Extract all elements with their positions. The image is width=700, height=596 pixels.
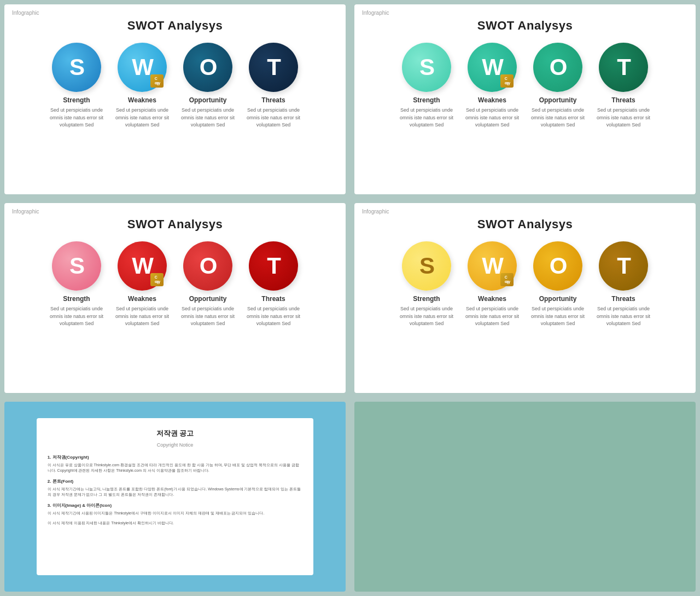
slide-green-bg: [354, 402, 696, 592]
swot-item-w-gold: W Ccopy Weaknes Sed ut perspiciatis unde…: [462, 241, 522, 328]
text-s-blue: Sed ut perspiciatis unde omnis iste natu…: [46, 107, 107, 129]
circle-o-red: O: [183, 241, 232, 291]
swot-item-s-teal: S Strength Sed ut perspiciatis unde omni…: [396, 43, 457, 129]
circle-s-blue: S: [52, 43, 101, 92]
letter-s-gold: S: [419, 253, 434, 279]
slide-teal-title: SWOT Analysys: [477, 19, 573, 33]
circle-s-gold: S: [402, 241, 451, 291]
circle-s-teal: S: [402, 43, 451, 92]
letter-s-blue: S: [69, 54, 84, 80]
letter-w-gold: W: [482, 253, 503, 279]
slide-gold-title: SWOT Analysys: [477, 217, 573, 232]
swot-row-teal: S Strength Sed ut perspiciatis unde omni…: [365, 43, 685, 129]
label-o-gold: Opportunity: [539, 295, 577, 303]
text-t-red: Sed ut perspiciatis unde omnis iste natu…: [243, 305, 304, 328]
letter-s-red: S: [69, 253, 84, 279]
swot-item-t-blue: T Threats Sed ut perspiciatis unde omnis…: [243, 43, 304, 129]
label-s-teal: Strength: [413, 96, 440, 104]
label-t-blue: Threats: [261, 96, 285, 104]
letter-t-teal: T: [617, 54, 630, 80]
circle-w-blue: W Ccopy: [118, 43, 167, 92]
circle-o-gold: O: [533, 241, 582, 291]
swot-row-blue: S Strength Sed ut perspiciatis unde omni…: [15, 43, 335, 129]
swot-item-o-gold: O Opportunity Sed ut perspiciatis unde o…: [528, 241, 588, 328]
circle-w-red: W Ccopy: [118, 241, 167, 291]
text-w-gold: Sed ut perspiciatis unde omnis iste natu…: [462, 305, 522, 328]
label-w-blue: Weaknes: [128, 96, 156, 104]
text-w-blue: Sed ut perspiciatis unde omnis iste natu…: [112, 107, 172, 129]
letter-w-red: W: [132, 253, 153, 279]
circle-w-teal: W Ccopy: [468, 43, 517, 92]
slide-copyright-bg: 저작권 공고 Copyright Notice 1. 저작권(Copyright…: [4, 402, 346, 592]
letter-w-blue: W: [132, 54, 153, 80]
label-s-gold: Strength: [413, 295, 440, 303]
circle-o-teal: O: [533, 43, 582, 92]
copyright-section-2: 2. 폰트(Font) 이 서식 제작기간에는 나눔고딕, 나눔명조 폰트를 포…: [48, 478, 303, 498]
label-o-teal: Opportunity: [539, 96, 577, 104]
swot-item-w-red: W Ccopy Weaknes Sed ut perspiciatis unde…: [112, 241, 172, 328]
watermark-teal: Ccopy: [500, 74, 514, 88]
copyright-card: 저작권 공고 Copyright Notice 1. 저작권(Copyright…: [37, 418, 314, 575]
text-o-red: Sed ut perspiciatis unde omnis iste natu…: [178, 305, 238, 328]
slide-gold: Infographic SWOT Analysys S Strength Sed…: [354, 203, 696, 393]
swot-item-w-blue: W Ccopy Weaknes Sed ut perspiciatis unde…: [112, 43, 172, 129]
label-w-teal: Weaknes: [478, 96, 506, 104]
slide-teal: Infographic SWOT Analysys S Strength Sed…: [354, 4, 696, 194]
text-o-teal: Sed ut perspiciatis unde omnis iste natu…: [528, 107, 588, 129]
label-o-red: Opportunity: [189, 295, 227, 303]
slide-red-label: Infographic: [12, 209, 39, 215]
circle-w-gold: W Ccopy: [468, 241, 517, 291]
circle-t-gold: T: [599, 241, 648, 291]
swot-item-t-gold: T Threats Sed ut perspiciatis unde omnis…: [593, 241, 654, 328]
swot-row-red: S Strength Sed ut perspiciatis unde omni…: [15, 241, 335, 328]
circle-t-teal: T: [599, 43, 648, 92]
swot-item-o-teal: O Opportunity Sed ut perspiciatis unde o…: [528, 43, 588, 129]
letter-t-blue: T: [267, 54, 280, 80]
swot-item-s-red: S Strength Sed ut perspiciatis unde omni…: [46, 241, 107, 328]
swot-item-w-teal: W Ccopy Weaknes Sed ut perspiciatis unde…: [462, 43, 522, 129]
circle-o-blue: O: [183, 43, 232, 92]
swot-item-t-red: T Threats Sed ut perspiciatis unde omnis…: [243, 241, 304, 328]
watermark-red: Ccopy: [150, 273, 164, 286]
swot-row-gold: S Strength Sed ut perspiciatis unde omni…: [365, 241, 685, 328]
slide-blue-title: SWOT Analysys: [127, 19, 223, 33]
letter-t-gold: T: [617, 253, 630, 279]
letter-s-teal: S: [419, 54, 434, 80]
text-s-red: Sed ut perspiciatis unde omnis iste natu…: [46, 305, 107, 328]
slide-red-title: SWOT Analysys: [127, 217, 223, 232]
text-t-teal: Sed ut perspiciatis unde omnis iste natu…: [593, 107, 654, 129]
circle-t-red: T: [249, 241, 298, 291]
copyright-subtitle: Copyright Notice: [48, 441, 303, 449]
text-o-gold: Sed ut perspiciatis unde omnis iste natu…: [528, 305, 588, 328]
copyright-section-1-title: 1. 저작권(Copyright): [48, 454, 303, 461]
label-s-blue: Strength: [63, 96, 90, 104]
letter-o-blue: O: [200, 54, 217, 80]
label-w-gold: Weaknes: [478, 295, 506, 303]
copyright-section-3-title: 3. 이미지(Image) & 아이콘(Icon): [48, 502, 303, 510]
copyright-section-2-text: 이 서식 제작기간에는 나눔고딕, 나눔명조 폰트를 포함한 다양한 폰트(fo…: [48, 487, 303, 498]
label-s-red: Strength: [63, 295, 90, 303]
copyright-section-1: 1. 저작권(Copyright) 이 서식은 유료 상품이므로 Thinkst…: [48, 454, 303, 474]
circle-t-blue: T: [249, 43, 298, 92]
swot-item-o-red: O Opportunity Sed ut perspiciatis unde o…: [178, 241, 238, 328]
text-t-blue: Sed ut perspiciatis unde omnis iste natu…: [243, 107, 304, 129]
copyright-section-3-text: 이 서식 제작기간에 사용된 이미지들은 Thinkstyle에서 구매한 이미…: [48, 511, 303, 517]
letter-o-red: O: [200, 253, 217, 279]
letter-o-teal: O: [550, 54, 567, 80]
text-s-teal: Sed ut perspiciatis unde omnis iste natu…: [396, 107, 457, 129]
slide-gold-label: Infographic: [362, 209, 389, 215]
slide-red: Infographic SWOT Analysys S Strength Sed…: [4, 203, 346, 393]
text-w-red: Sed ut perspiciatis unde omnis iste natu…: [112, 305, 172, 328]
copyright-section-1-text: 이 서식은 유료 상품이므로 Thinkstyle.com 환경설정 조건에 따…: [48, 462, 303, 474]
text-w-teal: Sed ut perspiciatis unde omnis iste natu…: [462, 107, 522, 129]
swot-item-s-gold: S Strength Sed ut perspiciatis unde omni…: [396, 241, 457, 328]
swot-item-t-teal: T Threats Sed ut perspiciatis unde omnis…: [593, 43, 654, 129]
swot-item-s-blue: S Strength Sed ut perspiciatis unde omni…: [46, 43, 107, 129]
copyright-footer: 이 서식 제작에 이용된 자세한 내용은 Thinkstyle에서 확인하시기 …: [48, 520, 303, 526]
swot-item-o-blue: O Opportunity Sed ut perspiciatis unde o…: [178, 43, 238, 129]
text-s-gold: Sed ut perspiciatis unde omnis iste natu…: [396, 305, 457, 328]
copyright-section-3: 3. 이미지(Image) & 아이콘(Icon) 이 서식 제작기간에 사용된…: [48, 502, 303, 516]
letter-w-teal: W: [482, 54, 503, 80]
slide-blue-label: Infographic: [12, 10, 39, 16]
label-o-blue: Opportunity: [189, 96, 227, 104]
